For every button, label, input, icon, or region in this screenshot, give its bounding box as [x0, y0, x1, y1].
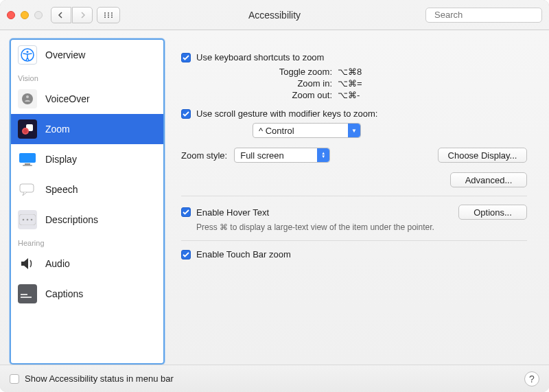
sidebar-item-overview[interactable]: Overview: [11, 40, 163, 70]
touchbar-zoom-row: Enable Touch Bar zoom: [181, 249, 527, 260]
captions-icon: [18, 284, 37, 303]
sidebar-item-voiceover[interactable]: VoiceOver: [11, 84, 163, 114]
sidebar-item-label: Speech: [45, 184, 78, 195]
sidebar-item-speech[interactable]: Speech: [11, 174, 163, 205]
sidebar-item-display[interactable]: Display: [11, 144, 163, 174]
check-icon: [183, 54, 189, 61]
forward-button[interactable]: [72, 7, 93, 23]
svg-point-12: [27, 51, 29, 53]
zoom-style-row: Zoom style: Full screen Choose Display..…: [181, 148, 527, 163]
hover-options-button[interactable]: Options...: [458, 205, 527, 220]
sidebar-item-zoom[interactable]: Zoom: [11, 114, 163, 144]
sidebar-item-descriptions[interactable]: Descriptions: [11, 205, 163, 235]
nav-buttons: [51, 7, 93, 23]
accessibility-icon: [18, 45, 37, 65]
check-icon: [183, 251, 189, 258]
zoom-style-value: Full screen: [240, 150, 284, 161]
use-keyboard-shortcuts-checkbox[interactable]: [181, 53, 191, 62]
speech-icon: [18, 180, 37, 199]
svg-point-4: [108, 14, 109, 16]
svg-point-13: [22, 93, 33, 104]
svg-rect-28: [21, 294, 27, 295]
divider: [181, 196, 527, 196]
sidebar-item-captions[interactable]: Captions: [11, 279, 163, 309]
back-button[interactable]: [51, 7, 71, 23]
svg-point-8: [111, 16, 113, 18]
svg-rect-19: [19, 153, 36, 163]
svg-point-7: [108, 16, 109, 18]
close-icon[interactable]: [7, 11, 15, 19]
svg-point-26: [31, 219, 33, 221]
svg-point-24: [23, 219, 25, 221]
choose-display-button[interactable]: Choose Display...: [438, 148, 527, 163]
sidebar-item-label: Descriptions: [45, 214, 98, 225]
svg-point-2: [111, 12, 113, 14]
footer: Show Accessibility status in menu bar ?: [0, 365, 549, 392]
traffic-lights: [7, 11, 43, 19]
zoom-style-label: Zoom style:: [181, 150, 227, 161]
search-input[interactable]: [433, 9, 549, 21]
hover-text-checkbox[interactable]: [181, 207, 191, 217]
chevron-right-icon: [79, 12, 86, 19]
chevron-left-icon: [58, 12, 65, 19]
sidebar-section-vision: Vision: [11, 70, 163, 84]
voiceover-icon: [18, 89, 37, 108]
touchbar-zoom-checkbox[interactable]: [181, 250, 191, 260]
titlebar: Accessibility: [0, 0, 549, 30]
check-icon: [183, 111, 189, 117]
advanced-button[interactable]: Advanced...: [450, 172, 527, 187]
use-keyboard-shortcuts-label: Use keyboard shortcuts to zoom: [196, 52, 324, 62]
use-scroll-gesture-label: Use scroll gesture with modifier keys to…: [196, 108, 377, 119]
fullscreen-icon: [34, 11, 43, 19]
sidebar-item-label: VoiceOver: [45, 93, 90, 104]
shortcuts-block: Toggle zoom: ⌥⌘8 Zoom in: ⌥⌘= Zoom out: …: [243, 67, 527, 100]
display-icon: [18, 150, 37, 169]
show-all-button[interactable]: [97, 7, 120, 23]
zoom-out-value: ⌥⌘-: [338, 90, 527, 100]
svg-point-5: [111, 14, 113, 16]
zoom-out-label: Zoom out:: [243, 90, 332, 100]
zoom-style-select[interactable]: Full screen: [234, 148, 330, 163]
zoom-settings-pane: Use keyboard shortcuts to zoom Toggle zo…: [174, 38, 539, 365]
help-icon: ?: [529, 373, 535, 384]
use-scroll-gesture-checkbox[interactable]: [181, 109, 191, 119]
sidebar: Overview Vision VoiceOver Zoom: [10, 38, 165, 365]
show-status-checkbox[interactable]: [10, 374, 19, 384]
sidebar-item-label: Display: [45, 154, 77, 165]
sidebar-item-label: Overview: [45, 49, 85, 60]
minimize-icon[interactable]: [21, 11, 29, 19]
zoom-in-value: ⌥⌘=: [338, 78, 527, 89]
svg-rect-21: [23, 165, 32, 166]
touchbar-zoom-label: Enable Touch Bar zoom: [196, 249, 291, 260]
zoom-icon: [18, 119, 37, 139]
search-field[interactable]: [425, 8, 542, 23]
help-button[interactable]: ?: [524, 371, 539, 387]
audio-icon: [18, 254, 37, 273]
hover-text-label: Enable Hover Text: [196, 207, 269, 218]
check-icon: [183, 209, 189, 216]
sidebar-item-label: Captions: [45, 288, 83, 299]
body: Overview Vision VoiceOver Zoom: [0, 30, 549, 365]
modifier-key-value: ^ Control: [259, 126, 294, 136]
svg-rect-22: [20, 184, 34, 192]
svg-rect-29: [21, 297, 32, 298]
svg-rect-20: [25, 163, 30, 165]
toggle-zoom-label: Toggle zoom:: [243, 67, 332, 77]
svg-point-18: [23, 129, 27, 133]
toggle-zoom-value: ⌥⌘8: [338, 67, 527, 77]
preferences-window: Accessibility Overview Vision: [0, 0, 549, 392]
sidebar-item-label: Audio: [45, 258, 70, 269]
svg-point-6: [104, 16, 106, 18]
sidebar-item-audio[interactable]: Audio: [11, 249, 163, 279]
show-status-label: Show Accessibility status in menu bar: [25, 373, 174, 384]
svg-point-25: [27, 219, 29, 221]
grid-icon: [104, 12, 113, 19]
zoom-in-label: Zoom in:: [243, 78, 332, 89]
svg-point-1: [108, 12, 109, 14]
hover-hint: Press ⌘ to display a large-text view of …: [196, 222, 527, 232]
divider: [181, 240, 527, 241]
modifier-key-select[interactable]: ^ Control: [253, 123, 361, 138]
dropdown-arrow-icon: [348, 124, 360, 137]
use-scroll-gesture-row: Use scroll gesture with modifier keys to…: [181, 108, 527, 119]
svg-point-14: [26, 95, 29, 98]
